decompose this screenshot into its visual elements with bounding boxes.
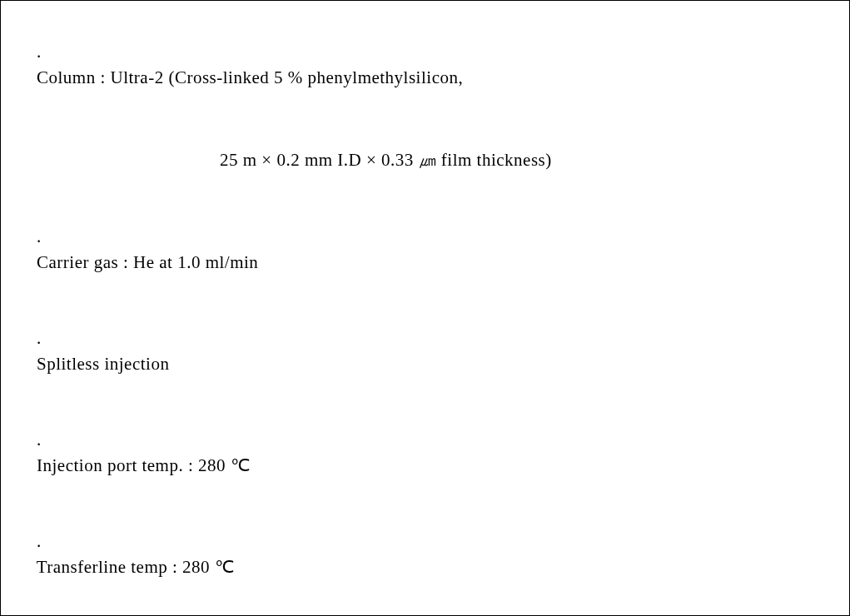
transferline-value: 280 ℃: [182, 557, 235, 577]
carrier-gas-value: He at 1.0 ml/min: [133, 252, 258, 272]
carrier-gas-label: Carrier gas :: [37, 252, 133, 272]
injection-port-value: 280 ℃: [198, 455, 251, 475]
bullet-dot: ·: [37, 435, 49, 455]
splitless-text: Splitless injection: [37, 354, 169, 374]
injection-port-line: · Injection port temp. : 280 ℃: [17, 414, 841, 497]
bullet-dot: ·: [37, 231, 49, 252]
column-value-1: Ultra-2 (Cross-linked 5 % phenylmethylsi…: [111, 67, 464, 87]
transferline-line: · Transferline temp : 280 ℃: [17, 515, 841, 599]
column-label: Column :: [37, 67, 111, 87]
injection-port-label: Injection port temp. :: [37, 455, 198, 475]
transferline-label: Transferline temp :: [37, 557, 182, 577]
bullet-dot: ·: [37, 47, 49, 67]
bullet-dot: ·: [37, 333, 49, 354]
column-line-2: 25 m × 0.2 mm I.D × 0.33 ㎛ film thicknes…: [17, 127, 841, 192]
column-value-2: 25 m × 0.2 mm I.D × 0.33 ㎛ film thicknes…: [220, 150, 552, 170]
column-line: · Column : Ultra-2 (Cross-linked 5 % phe…: [17, 26, 841, 109]
parameters-box: · Column : Ultra-2 (Cross-linked 5 % phe…: [0, 0, 850, 616]
splitless-line: · Splitless injection: [17, 312, 841, 395]
bullet-dot: ·: [37, 536, 49, 557]
carrier-gas-line: · Carrier gas : He at 1.0 ml/min: [17, 211, 841, 294]
